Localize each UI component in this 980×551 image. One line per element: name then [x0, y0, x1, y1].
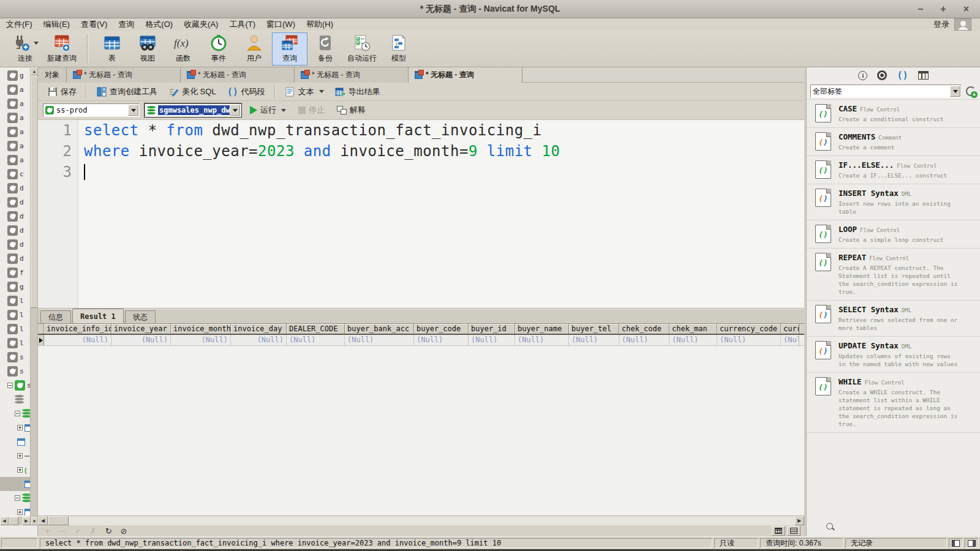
- tree-item[interactable]: a: [0, 153, 31, 167]
- grid-cell[interactable]: (Null): [171, 335, 231, 345]
- scroll-right-icon[interactable]: ▶: [22, 517, 31, 525]
- menu-item[interactable]: 工具(T): [229, 19, 255, 30]
- tree-item[interactable]: l: [0, 308, 31, 322]
- column-header[interactable]: invoice_month: [171, 324, 231, 334]
- document-tab[interactable]: * 无标题 - 查询: [409, 67, 522, 83]
- tree-item[interactable]: l: [0, 336, 31, 350]
- database-select[interactable]: sgmwsales_nwp_dw: [145, 103, 241, 117]
- grid-cell[interactable]: (Null): [231, 335, 287, 345]
- column-header[interactable]: invoice_year: [111, 324, 171, 334]
- document-tab[interactable]: * 无标题 - 查询: [181, 67, 295, 83]
- apply-changes-icon[interactable]: ✓: [75, 527, 81, 535]
- column-header[interactable]: buyer_bank_acc: [345, 324, 414, 334]
- column-header[interactable]: buyer_id: [469, 324, 515, 334]
- column-header[interactable]: buyer_tel: [569, 324, 619, 334]
- sql-editor[interactable]: 1 select * from dwd_nwp_transaction_fact…: [38, 120, 804, 309]
- editor-line[interactable]: 2 where invoice_year=2023 and invoice_mo…: [38, 141, 804, 162]
- event-button[interactable]: 事件: [201, 32, 236, 66]
- snippet-item[interactable]: () LOOP Flow Control Create a simple loo…: [807, 220, 980, 249]
- tree-item[interactable]: s: [0, 364, 31, 378]
- code-snippet-button[interactable]: () 代码段: [223, 84, 270, 99]
- beautify-sql-button[interactable]: 美化 SQL: [164, 84, 221, 99]
- tree-item[interactable]: a: [0, 97, 31, 111]
- table-button[interactable]: 表: [94, 32, 130, 66]
- document-tab[interactable]: * 无标题 - 查询: [295, 67, 409, 83]
- grid-cell[interactable]: (Nul: [781, 335, 799, 345]
- connection-select[interactable]: ss-prod: [43, 103, 140, 117]
- run-button[interactable]: 运行: [246, 103, 290, 117]
- result-tab[interactable]: 信息: [40, 310, 71, 323]
- column-header[interactable]: buyer_code: [414, 324, 469, 334]
- tree-item[interactable]: l: [0, 322, 31, 336]
- new-query-button[interactable]: 新建查询: [43, 32, 81, 66]
- scrollbar-thumb[interactable]: [9, 517, 18, 525]
- tree-item[interactable]: a: [0, 139, 31, 153]
- login-label[interactable]: 登录: [933, 19, 949, 30]
- grid-cell[interactable]: (Null): [414, 335, 469, 345]
- tree-item[interactable]: a: [0, 111, 31, 125]
- backup-button[interactable]: 备份: [307, 32, 343, 66]
- close-button[interactable]: ×: [963, 4, 969, 14]
- add-record-icon[interactable]: +: [44, 527, 51, 535]
- function-button[interactable]: f(x) 函数: [165, 32, 201, 66]
- column-header[interactable]: invoice_day: [231, 324, 287, 334]
- snippet-item[interactable]: () CASE Flow Control Create a conditiona…: [807, 100, 980, 128]
- grid-cell[interactable]: (Null): [515, 335, 569, 345]
- tree-item[interactable]: [0, 463, 31, 477]
- scrollbar-thumb[interactable]: [48, 516, 69, 525]
- snippet-item[interactable]: () UPDATE Syntax DML Updates columns of …: [807, 337, 980, 373]
- text-mode-button[interactable]: 文本: [281, 84, 328, 99]
- automation-button[interactable]: 自动运行: [343, 32, 381, 66]
- search-icon[interactable]: [826, 523, 835, 531]
- connect-dropdown-arrow[interactable]: [34, 42, 39, 45]
- sidebar-horizontal-scrollbar[interactable]: ◀ ▶: [0, 517, 31, 525]
- tree-item[interactable]: d: [0, 195, 31, 209]
- tree-item[interactable]: d: [0, 181, 31, 195]
- tree-item[interactable]: s: [0, 378, 31, 392]
- grid-cell[interactable]: (Null): [469, 335, 515, 345]
- tree-item[interactable]: s: [0, 350, 31, 364]
- expand-icon[interactable]: [17, 509, 23, 515]
- document-tab[interactable]: * 无标题 - 查询: [67, 67, 181, 83]
- tree-item[interactable]: [0, 421, 31, 435]
- tag-filter-dropdown-arrow[interactable]: [950, 86, 960, 97]
- info-icon[interactable]: i: [858, 71, 867, 80]
- menu-item[interactable]: 查询: [118, 19, 134, 30]
- new-snippet-icon[interactable]: [965, 86, 976, 97]
- scrollbar-thumb[interactable]: [31, 75, 38, 308]
- grid-cell[interactable]: (Null): [717, 335, 781, 345]
- menu-item[interactable]: 窗口(W): [266, 19, 295, 30]
- save-button[interactable]: 保存: [43, 84, 81, 99]
- result-grid-row[interactable]: (Null)(Null)(Null)(Null)(Null)(Null)(Nul…: [38, 335, 804, 346]
- refresh-icon[interactable]: ↻: [105, 527, 112, 535]
- grid-cell[interactable]: (Null): [619, 335, 669, 345]
- scroll-left-icon[interactable]: ◀: [38, 516, 48, 525]
- tree-item[interactable]: g: [0, 69, 31, 83]
- result-tab[interactable]: Result 1: [72, 309, 124, 323]
- snippet-item[interactable]: () SELECT Syntax DML Retrieve rows selec…: [807, 301, 980, 337]
- tree-item[interactable]: d: [0, 209, 31, 223]
- menu-item[interactable]: 编辑(E): [43, 19, 70, 30]
- tree-item[interactable]: [0, 477, 31, 491]
- stop-loading-icon[interactable]: ⊘: [121, 527, 127, 535]
- tree-item[interactable]: [0, 392, 31, 407]
- toggle-right-pane-button[interactable]: [965, 538, 979, 548]
- expand-icon[interactable]: [7, 383, 13, 388]
- user-button[interactable]: 用户: [236, 32, 272, 66]
- delete-record-icon[interactable]: −: [59, 527, 66, 535]
- column-header[interactable]: chek_code: [619, 324, 669, 334]
- query-button[interactable]: 查询: [272, 32, 307, 66]
- column-header[interactable]: buyer_name: [515, 324, 569, 334]
- text-dropdown-arrow[interactable]: [319, 90, 324, 93]
- grid-cell[interactable]: (Null): [669, 335, 717, 345]
- column-header[interactable]: curr: [781, 324, 799, 334]
- menu-item[interactable]: 格式(O): [145, 19, 173, 30]
- tree-item[interactable]: d: [0, 238, 31, 252]
- snippet-item[interactable]: () IF...ELSE... Flow Control Create a IF…: [807, 156, 980, 184]
- tag-filter-select[interactable]: 全部标签: [810, 84, 962, 98]
- expand-icon[interactable]: [17, 467, 23, 473]
- tree-item[interactable]: [0, 435, 31, 449]
- grid-cell[interactable]: (Null): [287, 335, 345, 345]
- column-header[interactable]: DEALER_CODE: [287, 324, 345, 334]
- menu-item[interactable]: 文件(F): [6, 19, 32, 30]
